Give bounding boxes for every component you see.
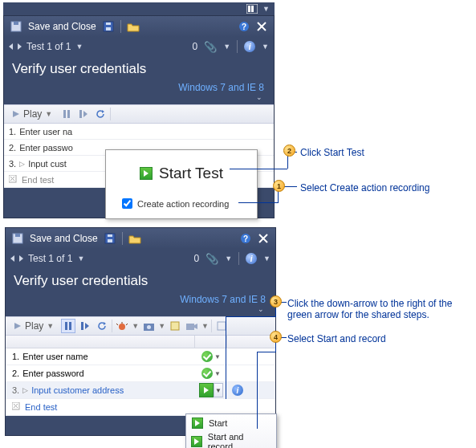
chevron-down-icon[interactable]: ▼	[214, 370, 221, 377]
grid-header	[6, 336, 275, 348]
pause-icon[interactable]	[59, 107, 74, 121]
environment-link[interactable]: Windows 7 and IE 8	[178, 82, 264, 93]
callout-4: 4	[270, 331, 282, 343]
test-counter[interactable]: Test 1 of 1	[28, 253, 72, 264]
next-test-icon[interactable]	[18, 43, 22, 50]
svg-point-36	[119, 324, 125, 330]
table-row[interactable]: 1. Enter user name ▼	[6, 348, 275, 365]
start-test-popup: Start Test Create action recording	[105, 149, 258, 219]
paperclip-icon[interactable]: 📎	[204, 41, 217, 53]
create-action-recording-checkbox[interactable]	[122, 198, 132, 209]
svg-rect-7	[106, 22, 111, 25]
svg-text:?: ?	[243, 234, 248, 243]
expand-env-icon[interactable]: ⌄	[6, 305, 275, 316]
step-row[interactable]: 1.Enter user na	[4, 124, 274, 140]
prev-test-icon[interactable]	[10, 255, 14, 262]
save-and-close-button[interactable]: Save and Close	[28, 21, 96, 32]
pause-icon[interactable]	[61, 319, 75, 333]
attachment-count: 0	[192, 41, 197, 52]
expander-icon[interactable]: ▷	[19, 160, 25, 168]
next-test-icon[interactable]	[19, 255, 23, 262]
open-folder-icon[interactable]	[128, 231, 142, 246]
floppy-icon[interactable]	[103, 231, 117, 246]
prev-test-icon[interactable]	[9, 43, 13, 50]
svg-text:?: ?	[242, 22, 246, 31]
start-shared-step-dropdown[interactable]: ▼	[214, 383, 223, 397]
callout-badge-1: 1	[273, 180, 285, 192]
start-test-button[interactable]: Start Test	[122, 165, 241, 182]
test-title: Verify user credentials	[12, 61, 266, 77]
callout-1: 1	[273, 180, 285, 192]
play-toolbar: Play ▼	[4, 104, 274, 124]
bug-icon[interactable]	[115, 319, 129, 333]
callout-1-text: Select Create action recording	[300, 182, 429, 193]
chevron-down-icon[interactable]: ▼	[214, 353, 221, 360]
callout-3: 3	[270, 295, 282, 307]
start-context-menu: Start Start and record	[185, 413, 277, 448]
help-icon[interactable]: ?	[237, 19, 251, 34]
paperclip-icon[interactable]: 📎	[205, 253, 218, 265]
reset-icon[interactable]	[93, 107, 108, 121]
pass-icon[interactable]	[201, 351, 213, 362]
camera-icon[interactable]	[185, 319, 199, 333]
ctx-start[interactable]: Start	[188, 416, 275, 430]
chevron-down-icon[interactable]: ▼	[263, 255, 271, 263]
svg-rect-13	[63, 110, 66, 118]
svg-rect-22	[15, 234, 20, 237]
callout-2-text: Click Start Test	[300, 147, 364, 158]
step-over-icon[interactable]	[76, 107, 91, 121]
chevron-down-icon[interactable]: ▼	[223, 43, 230, 51]
chevron-down-icon[interactable]: ▼	[201, 322, 209, 330]
save-icon	[10, 231, 25, 246]
callout-badge-2: 2	[283, 145, 295, 157]
note-icon[interactable]	[168, 319, 182, 333]
callout-4-text: Select Start and record	[287, 333, 386, 344]
play-label: Play	[23, 108, 42, 120]
info-icon[interactable]: i	[232, 385, 243, 396]
environment-link[interactable]: Windows 7 and IE 8	[180, 294, 266, 305]
expand-env-icon[interactable]: ⌄	[4, 93, 274, 104]
table-row[interactable]: 2. Enter password ▼	[6, 365, 275, 382]
view-columns-icon[interactable]	[245, 2, 259, 16]
chevron-down-icon[interactable]: ▼	[225, 255, 232, 263]
step-over-icon[interactable]	[78, 319, 92, 333]
svg-marker-12	[13, 111, 19, 117]
chevron-down-icon[interactable]: ▼	[77, 255, 84, 263]
svg-marker-44	[194, 324, 197, 329]
play-button[interactable]: Play ▼	[7, 107, 57, 121]
floppy-icon[interactable]	[101, 19, 116, 34]
chevron-down-icon[interactable]: ▼	[262, 43, 269, 51]
callout-badge-3: 3	[270, 295, 282, 307]
test-counter[interactable]: Test 1 of 1	[26, 41, 71, 52]
info-icon[interactable]: i	[246, 253, 257, 264]
pass-icon[interactable]	[201, 368, 213, 379]
chevron-down-icon[interactable]: ▼	[158, 322, 165, 330]
chevron-down-icon[interactable]: ▼	[75, 43, 83, 51]
help-icon[interactable]: ?	[238, 231, 253, 246]
callout-badge-4: 4	[270, 331, 282, 343]
reset-icon[interactable]	[95, 319, 109, 333]
close-icon[interactable]	[256, 231, 271, 246]
tool-icon[interactable]	[214, 319, 229, 333]
ctx-start-and-record[interactable]: Start and record	[188, 430, 275, 448]
titlebar: Save and Close ?	[4, 16, 274, 37]
chevron-down-icon[interactable]: ▼	[132, 322, 139, 330]
svg-rect-45	[218, 322, 226, 330]
expander-icon[interactable]: ▷	[22, 386, 28, 394]
end-icon	[12, 402, 22, 412]
play-button[interactable]: Play ▼	[9, 319, 59, 333]
svg-rect-4	[14, 22, 18, 25]
callout-3-text: Click the down-arrow to the right of the…	[287, 298, 469, 320]
close-icon[interactable]	[254, 19, 269, 34]
start-shared-step-button[interactable]	[199, 383, 214, 397]
open-folder-icon[interactable]	[126, 19, 140, 34]
test-title-area: Verify user credentials	[6, 268, 275, 292]
chevron-down-icon[interactable]: ▼	[262, 5, 270, 13]
svg-line-38	[116, 324, 118, 325]
step-grid: 1. Enter user name ▼ 2. Enter password ▼…	[6, 348, 275, 416]
table-row-shared[interactable]: 3.▷ Input customer address ▼ i	[6, 382, 275, 399]
info-icon[interactable]: i	[244, 41, 255, 52]
create-action-recording-label: Create action recording	[137, 199, 229, 209]
screenshot-icon[interactable]	[141, 319, 156, 333]
save-and-close-button[interactable]: Save and Close	[30, 233, 98, 244]
